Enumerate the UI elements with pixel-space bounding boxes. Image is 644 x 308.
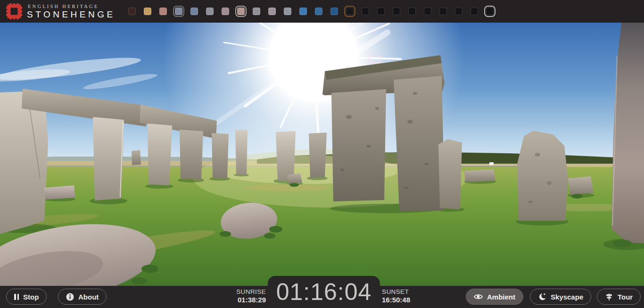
time-swatch-4[interactable] (175, 8, 182, 15)
stonehenge-skyscape-app: ENGLISH HERITAGE STONEHENGE (0, 0, 644, 308)
tour-button-label: Tour (618, 293, 633, 301)
control-bar: Stop About SUNRISE 01:38:29 01:16:04 SUN… (0, 286, 644, 308)
stonehenge-panorama (0, 23, 644, 286)
moon-sparkle-icon (538, 292, 546, 301)
time-swatch-15[interactable] (346, 8, 354, 15)
pause-icon (14, 294, 19, 300)
time-swatch-16[interactable] (362, 8, 369, 15)
sunrise-time: 01:38:29 (211, 296, 266, 304)
time-swatch-22[interactable] (455, 8, 462, 15)
time-swatch-14[interactable] (330, 8, 338, 15)
time-swatch-8[interactable] (237, 8, 245, 15)
english-heritage-logo-icon (6, 3, 22, 19)
time-swatch-17[interactable] (377, 8, 385, 15)
ambient-button-label: Ambient (487, 293, 515, 301)
time-swatch-21[interactable] (439, 8, 447, 15)
brand-english-heritage: ENGLISH HERITAGE (28, 4, 99, 9)
ambient-button[interactable]: Ambient (466, 289, 523, 305)
time-swatch-18[interactable] (393, 8, 400, 15)
brand-stonehenge: STONEHENGE (27, 9, 116, 20)
time-swatch-7[interactable] (222, 8, 229, 15)
stop-button[interactable]: Stop (6, 289, 47, 305)
skyscape-button[interactable]: Skyscape (530, 289, 591, 305)
time-swatch-3[interactable] (159, 8, 167, 15)
sunrise-block: SUNRISE 01:38:29 (211, 288, 266, 304)
skyscape-button-label: Skyscape (551, 293, 583, 301)
panorama-viewport[interactable] (0, 23, 644, 286)
time-swatches (128, 0, 494, 23)
time-swatch-9[interactable] (253, 8, 260, 15)
time-swatch-2[interactable] (144, 8, 151, 15)
time-swatch-20[interactable] (424, 8, 431, 15)
time-swatch-6[interactable] (206, 8, 214, 15)
sunset-block: SUNSET 16:50:48 (382, 288, 438, 304)
sunset-time: 16:50:48 (382, 296, 438, 304)
clock-panel: 01:16:04 (268, 276, 380, 308)
about-button[interactable]: About (58, 289, 107, 305)
tour-button[interactable]: Tour (597, 289, 641, 305)
stop-button-label: Stop (23, 293, 39, 301)
sunrise-label: SUNRISE (211, 288, 266, 296)
time-swatch-12[interactable] (299, 8, 307, 15)
header-bar: ENGLISH HERITAGE STONEHENGE (0, 0, 644, 23)
time-swatch-13[interactable] (315, 8, 322, 15)
time-swatch-24[interactable] (486, 8, 494, 15)
sunset-label: SUNSET (382, 288, 438, 296)
time-swatch-1[interactable] (128, 8, 136, 15)
about-button-label: About (78, 293, 99, 301)
signpost-icon (605, 293, 613, 301)
time-swatch-23[interactable] (471, 8, 478, 15)
time-swatch-10[interactable] (268, 8, 276, 15)
eye-icon (474, 293, 483, 300)
time-swatch-11[interactable] (284, 8, 291, 15)
info-icon (66, 293, 74, 301)
simulated-time: 01:16:04 (276, 276, 372, 308)
time-swatch-19[interactable] (408, 8, 416, 15)
time-swatch-5[interactable] (190, 8, 198, 15)
